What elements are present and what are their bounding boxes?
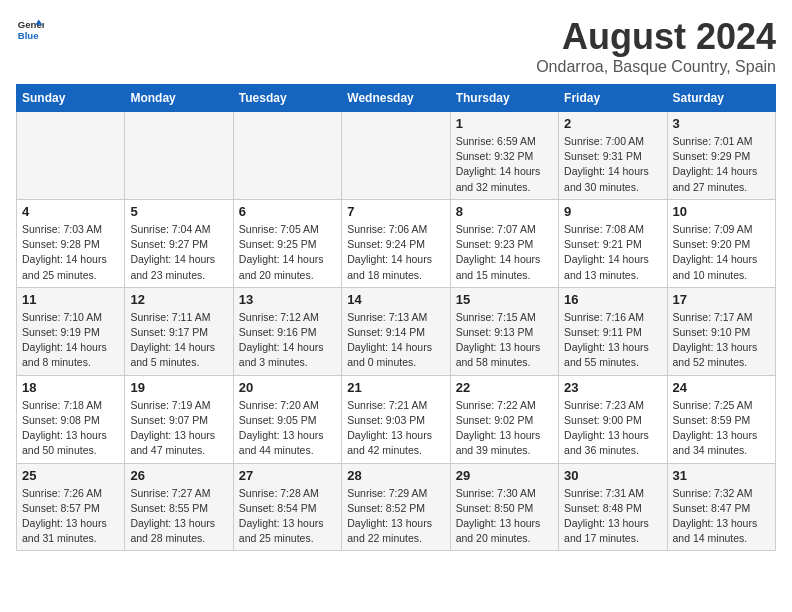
calendar-cell: 16Sunrise: 7:16 AMSunset: 9:11 PMDayligh… xyxy=(559,287,667,375)
day-number: 15 xyxy=(456,292,553,307)
day-detail: Sunrise: 7:07 AMSunset: 9:23 PMDaylight:… xyxy=(456,222,553,283)
calendar-cell: 21Sunrise: 7:21 AMSunset: 9:03 PMDayligh… xyxy=(342,375,450,463)
day-detail: Sunrise: 7:06 AMSunset: 9:24 PMDaylight:… xyxy=(347,222,444,283)
day-detail: Sunrise: 7:13 AMSunset: 9:14 PMDaylight:… xyxy=(347,310,444,371)
calendar-cell: 29Sunrise: 7:30 AMSunset: 8:50 PMDayligh… xyxy=(450,463,558,551)
day-detail: Sunrise: 7:22 AMSunset: 9:02 PMDaylight:… xyxy=(456,398,553,459)
page-header: General Blue August 2024 Ondarroa, Basqu… xyxy=(16,16,776,76)
calendar-cell: 5Sunrise: 7:04 AMSunset: 9:27 PMDaylight… xyxy=(125,199,233,287)
calendar-cell: 30Sunrise: 7:31 AMSunset: 8:48 PMDayligh… xyxy=(559,463,667,551)
day-detail: Sunrise: 7:27 AMSunset: 8:55 PMDaylight:… xyxy=(130,486,227,547)
day-detail: Sunrise: 7:25 AMSunset: 8:59 PMDaylight:… xyxy=(673,398,770,459)
day-detail: Sunrise: 7:18 AMSunset: 9:08 PMDaylight:… xyxy=(22,398,119,459)
calendar-cell xyxy=(125,112,233,200)
day-number: 26 xyxy=(130,468,227,483)
calendar-cell: 25Sunrise: 7:26 AMSunset: 8:57 PMDayligh… xyxy=(17,463,125,551)
day-number: 8 xyxy=(456,204,553,219)
calendar-header-row: SundayMondayTuesdayWednesdayThursdayFrid… xyxy=(17,85,776,112)
calendar-cell: 14Sunrise: 7:13 AMSunset: 9:14 PMDayligh… xyxy=(342,287,450,375)
day-detail: Sunrise: 7:30 AMSunset: 8:50 PMDaylight:… xyxy=(456,486,553,547)
day-number: 31 xyxy=(673,468,770,483)
day-detail: Sunrise: 7:11 AMSunset: 9:17 PMDaylight:… xyxy=(130,310,227,371)
day-number: 6 xyxy=(239,204,336,219)
day-number: 10 xyxy=(673,204,770,219)
calendar-week-0: 1Sunrise: 6:59 AMSunset: 9:32 PMDaylight… xyxy=(17,112,776,200)
day-detail: Sunrise: 7:03 AMSunset: 9:28 PMDaylight:… xyxy=(22,222,119,283)
day-number: 17 xyxy=(673,292,770,307)
day-detail: Sunrise: 7:23 AMSunset: 9:00 PMDaylight:… xyxy=(564,398,661,459)
calendar-cell: 6Sunrise: 7:05 AMSunset: 9:25 PMDaylight… xyxy=(233,199,341,287)
header-friday: Friday xyxy=(559,85,667,112)
calendar-cell: 11Sunrise: 7:10 AMSunset: 9:19 PMDayligh… xyxy=(17,287,125,375)
day-number: 21 xyxy=(347,380,444,395)
day-number: 2 xyxy=(564,116,661,131)
calendar-cell: 10Sunrise: 7:09 AMSunset: 9:20 PMDayligh… xyxy=(667,199,775,287)
calendar-cell: 15Sunrise: 7:15 AMSunset: 9:13 PMDayligh… xyxy=(450,287,558,375)
calendar-cell: 23Sunrise: 7:23 AMSunset: 9:00 PMDayligh… xyxy=(559,375,667,463)
calendar-cell xyxy=(342,112,450,200)
header-monday: Monday xyxy=(125,85,233,112)
day-detail: Sunrise: 7:26 AMSunset: 8:57 PMDaylight:… xyxy=(22,486,119,547)
calendar-cell: 28Sunrise: 7:29 AMSunset: 8:52 PMDayligh… xyxy=(342,463,450,551)
day-number: 19 xyxy=(130,380,227,395)
day-number: 11 xyxy=(22,292,119,307)
main-title: August 2024 xyxy=(536,16,776,58)
day-number: 5 xyxy=(130,204,227,219)
day-detail: Sunrise: 7:00 AMSunset: 9:31 PMDaylight:… xyxy=(564,134,661,195)
calendar-cell: 31Sunrise: 7:32 AMSunset: 8:47 PMDayligh… xyxy=(667,463,775,551)
day-number: 22 xyxy=(456,380,553,395)
day-detail: Sunrise: 7:17 AMSunset: 9:10 PMDaylight:… xyxy=(673,310,770,371)
subtitle: Ondarroa, Basque Country, Spain xyxy=(536,58,776,76)
day-number: 29 xyxy=(456,468,553,483)
calendar-cell: 1Sunrise: 6:59 AMSunset: 9:32 PMDaylight… xyxy=(450,112,558,200)
day-detail: Sunrise: 7:19 AMSunset: 9:07 PMDaylight:… xyxy=(130,398,227,459)
day-number: 12 xyxy=(130,292,227,307)
calendar-cell xyxy=(233,112,341,200)
calendar-cell: 27Sunrise: 7:28 AMSunset: 8:54 PMDayligh… xyxy=(233,463,341,551)
day-detail: Sunrise: 7:20 AMSunset: 9:05 PMDaylight:… xyxy=(239,398,336,459)
day-number: 24 xyxy=(673,380,770,395)
calendar-cell xyxy=(17,112,125,200)
calendar-cell: 4Sunrise: 7:03 AMSunset: 9:28 PMDaylight… xyxy=(17,199,125,287)
header-tuesday: Tuesday xyxy=(233,85,341,112)
day-number: 3 xyxy=(673,116,770,131)
day-detail: Sunrise: 7:15 AMSunset: 9:13 PMDaylight:… xyxy=(456,310,553,371)
day-detail: Sunrise: 7:32 AMSunset: 8:47 PMDaylight:… xyxy=(673,486,770,547)
day-detail: Sunrise: 7:10 AMSunset: 9:19 PMDaylight:… xyxy=(22,310,119,371)
calendar-cell: 12Sunrise: 7:11 AMSunset: 9:17 PMDayligh… xyxy=(125,287,233,375)
day-number: 16 xyxy=(564,292,661,307)
header-saturday: Saturday xyxy=(667,85,775,112)
logo: General Blue xyxy=(16,16,44,44)
header-wednesday: Wednesday xyxy=(342,85,450,112)
day-detail: Sunrise: 7:08 AMSunset: 9:21 PMDaylight:… xyxy=(564,222,661,283)
day-number: 4 xyxy=(22,204,119,219)
day-detail: Sunrise: 7:01 AMSunset: 9:29 PMDaylight:… xyxy=(673,134,770,195)
day-detail: Sunrise: 7:28 AMSunset: 8:54 PMDaylight:… xyxy=(239,486,336,547)
calendar-cell: 19Sunrise: 7:19 AMSunset: 9:07 PMDayligh… xyxy=(125,375,233,463)
day-detail: Sunrise: 6:59 AMSunset: 9:32 PMDaylight:… xyxy=(456,134,553,195)
day-number: 23 xyxy=(564,380,661,395)
day-detail: Sunrise: 7:12 AMSunset: 9:16 PMDaylight:… xyxy=(239,310,336,371)
title-area: August 2024 Ondarroa, Basque Country, Sp… xyxy=(536,16,776,76)
day-number: 13 xyxy=(239,292,336,307)
day-number: 30 xyxy=(564,468,661,483)
day-detail: Sunrise: 7:04 AMSunset: 9:27 PMDaylight:… xyxy=(130,222,227,283)
day-detail: Sunrise: 7:09 AMSunset: 9:20 PMDaylight:… xyxy=(673,222,770,283)
day-detail: Sunrise: 7:05 AMSunset: 9:25 PMDaylight:… xyxy=(239,222,336,283)
svg-text:Blue: Blue xyxy=(18,30,39,41)
calendar-cell: 8Sunrise: 7:07 AMSunset: 9:23 PMDaylight… xyxy=(450,199,558,287)
calendar-week-4: 25Sunrise: 7:26 AMSunset: 8:57 PMDayligh… xyxy=(17,463,776,551)
day-number: 18 xyxy=(22,380,119,395)
calendar-week-3: 18Sunrise: 7:18 AMSunset: 9:08 PMDayligh… xyxy=(17,375,776,463)
calendar-cell: 3Sunrise: 7:01 AMSunset: 9:29 PMDaylight… xyxy=(667,112,775,200)
day-number: 20 xyxy=(239,380,336,395)
header-sunday: Sunday xyxy=(17,85,125,112)
day-number: 27 xyxy=(239,468,336,483)
day-detail: Sunrise: 7:16 AMSunset: 9:11 PMDaylight:… xyxy=(564,310,661,371)
calendar-cell: 26Sunrise: 7:27 AMSunset: 8:55 PMDayligh… xyxy=(125,463,233,551)
day-detail: Sunrise: 7:21 AMSunset: 9:03 PMDaylight:… xyxy=(347,398,444,459)
calendar-cell: 20Sunrise: 7:20 AMSunset: 9:05 PMDayligh… xyxy=(233,375,341,463)
day-number: 9 xyxy=(564,204,661,219)
calendar-cell: 13Sunrise: 7:12 AMSunset: 9:16 PMDayligh… xyxy=(233,287,341,375)
calendar-week-1: 4Sunrise: 7:03 AMSunset: 9:28 PMDaylight… xyxy=(17,199,776,287)
